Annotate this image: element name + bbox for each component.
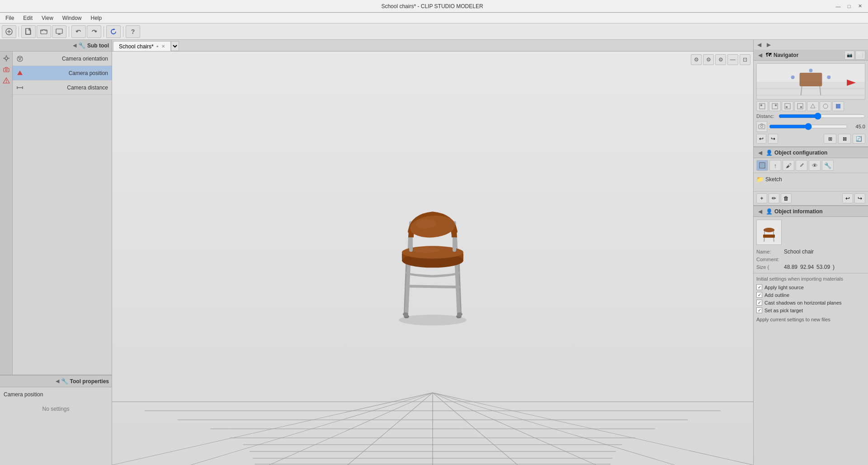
- checkbox-pick-target-box[interactable]: ✓: [756, 307, 762, 313]
- svg-point-46: [412, 247, 439, 253]
- maximize-button[interactable]: □: [844, 2, 854, 11]
- subtool-camera-orientation-label: Camera orientation: [26, 56, 108, 62]
- svg-rect-4: [41, 30, 47, 34]
- svg-rect-74: [836, 104, 840, 108]
- tool-props-collapse-icon[interactable]: ◀: [56, 378, 59, 384]
- folder-label: Sketch: [765, 176, 782, 183]
- nav-undo-btn[interactable]: ↩: [756, 134, 766, 144]
- right-collapse-right[interactable]: ▶: [765, 41, 773, 49]
- view-preset-buttons: [756, 101, 865, 111]
- monitor-button[interactable]: [52, 25, 66, 38]
- navigator-header: ◀ 🗺 Navigator 📷 ⬜: [754, 50, 868, 61]
- vp-settings-btn[interactable]: ⚙: [691, 54, 702, 65]
- sidebar-icon-camera-pos[interactable]: [1, 76, 11, 86]
- obj-config-undo-btn[interactable]: ↩: [842, 193, 853, 203]
- panel-collapse-icon[interactable]: ◀: [73, 42, 76, 48]
- subtool-camera-position[interactable]: Camera position: [13, 66, 112, 80]
- obj-config-delete-btn[interactable]: 🗑: [781, 193, 792, 203]
- obj-tool-wrench[interactable]: 🔧: [822, 160, 834, 171]
- right-collapse-left[interactable]: ◀: [755, 41, 763, 49]
- menu-window[interactable]: Window: [59, 14, 85, 22]
- obj-tool-eye[interactable]: 👁: [809, 160, 821, 171]
- object-info-title: Object information: [774, 208, 823, 215]
- obj-tool-paint[interactable]: 🖌: [783, 160, 794, 171]
- obj-folder-sketch[interactable]: 📁 Sketch: [756, 175, 865, 183]
- apply-current-button[interactable]: Apply current settings to new files: [756, 316, 865, 323]
- refresh-button[interactable]: [106, 25, 121, 38]
- nav-panel-collapse[interactable]: ◀: [756, 51, 764, 59]
- camera-angle-slider[interactable]: [769, 123, 848, 130]
- view-preset-4[interactable]: [794, 101, 806, 111]
- undo-button[interactable]: [71, 25, 86, 38]
- view-preset-6[interactable]: [820, 101, 831, 111]
- view-preset-5[interactable]: [807, 101, 819, 111]
- nav-window-btn[interactable]: ⬜: [855, 51, 865, 60]
- subtool-camera-distance[interactable]: Camera distance: [13, 80, 112, 95]
- sub-tool-title: Sub tool: [87, 42, 109, 49]
- subtool-camera-distance-label: Camera distance: [26, 85, 108, 91]
- tool-props-body: Camera position No settings: [0, 387, 112, 415]
- obj-tool-eyedrop[interactable]: [796, 160, 807, 171]
- obj-name-label: Name:: [756, 249, 781, 254]
- viewport-tab-dot: ●: [156, 44, 159, 48]
- new-button[interactable]: [21, 25, 36, 38]
- help-button[interactable]: ?: [126, 25, 140, 38]
- view-preset-1[interactable]: [756, 101, 768, 111]
- obj-config-edit-btn[interactable]: ✏: [769, 193, 779, 203]
- subtool-camera-position-label: Camera position: [26, 70, 108, 76]
- svg-point-53: [399, 315, 467, 325]
- nav-fit-btn[interactable]: ⊞: [824, 134, 836, 144]
- nav-refresh-btn[interactable]: 🔄: [853, 134, 865, 144]
- vp-fit-btn[interactable]: ⊡: [740, 54, 750, 65]
- view-preset-3[interactable]: [782, 101, 793, 111]
- svg-point-14: [5, 69, 7, 71]
- object-info-section: ◀ 👤 Object information: [754, 206, 868, 465]
- open-button[interactable]: [37, 25, 51, 38]
- checkbox-apply-light-box[interactable]: ✓: [756, 284, 762, 290]
- checkbox-cast-shadows[interactable]: ✓ Cast shadows on horizontal planes: [756, 299, 865, 306]
- menu-file[interactable]: File: [2, 14, 18, 22]
- checkbox-pick-target[interactable]: ✓ Set as pick target: [756, 306, 865, 314]
- checkbox-add-outline-box[interactable]: ✓: [756, 292, 762, 298]
- obj-info-collapse[interactable]: ◀: [756, 207, 764, 216]
- close-button[interactable]: ✕: [855, 2, 864, 11]
- checkbox-pick-target-label: Set as pick target: [764, 308, 803, 313]
- vp-sep: —: [727, 54, 738, 65]
- minimize-button[interactable]: —: [834, 2, 843, 11]
- tool-properties-panel: ◀ 🔧 Tool properties Camera position No s…: [0, 375, 112, 465]
- obj-config-collapse[interactable]: ◀: [756, 149, 764, 157]
- menu-view[interactable]: View: [38, 14, 57, 22]
- view-preset-7[interactable]: [832, 101, 844, 111]
- nav-camera-btn[interactable]: 📷: [844, 51, 854, 60]
- viewport-tab[interactable]: School chairs* ● ✕: [113, 41, 171, 51]
- obj-tool-select[interactable]: [756, 160, 768, 171]
- menu-edit[interactable]: Edit: [19, 14, 36, 22]
- hand-tool-button[interactable]: [2, 25, 16, 38]
- menu-bar: File Edit View Window Help: [0, 13, 868, 23]
- checkbox-apply-light[interactable]: ✓ Apply light source: [756, 283, 865, 291]
- viewport-tab-dropdown[interactable]: ▾: [171, 41, 179, 51]
- svg-marker-72: [811, 104, 815, 108]
- checkbox-add-outline[interactable]: ✓ Add outline: [756, 291, 865, 299]
- obj-size-close: ): [833, 264, 835, 270]
- nav-redo-btn[interactable]: ↪: [768, 134, 778, 144]
- vp-settings3-btn[interactable]: ⚙: [715, 54, 726, 65]
- sidebar-icon-camera-move[interactable]: [1, 65, 11, 75]
- distance-slider[interactable]: [778, 113, 865, 119]
- obj-size-row: Size ( 48.89 92.94 53.09 ): [756, 264, 865, 270]
- menu-help[interactable]: Help: [87, 14, 106, 22]
- obj-config-redo-btn[interactable]: ↪: [854, 193, 865, 203]
- object-config-section: ◀ 👤 Object configuration ↑ 🖌 👁 🔧 📁: [754, 147, 868, 206]
- obj-tool-move[interactable]: ↑: [769, 160, 781, 171]
- redo-button[interactable]: [87, 25, 101, 38]
- sidebar-icon-move[interactable]: [1, 53, 11, 63]
- subtool-camera-orientation[interactable]: Camera orientation: [13, 52, 112, 66]
- viewport-canvas[interactable]: ⚙ ⚙ ⚙ — ⊡: [112, 52, 753, 465]
- view-preset-2[interactable]: [769, 101, 781, 111]
- obj-config-add-btn[interactable]: +: [756, 193, 767, 203]
- vp-settings2-btn[interactable]: ⚙: [703, 54, 714, 65]
- checkbox-cast-shadows-box[interactable]: ✓: [756, 300, 762, 305]
- viewport-tab-close[interactable]: ✕: [161, 44, 165, 49]
- nav-expand-btn[interactable]: ⊠: [838, 134, 851, 144]
- viewport-toolbar: ⚙ ⚙ ⚙ — ⊡: [691, 54, 750, 65]
